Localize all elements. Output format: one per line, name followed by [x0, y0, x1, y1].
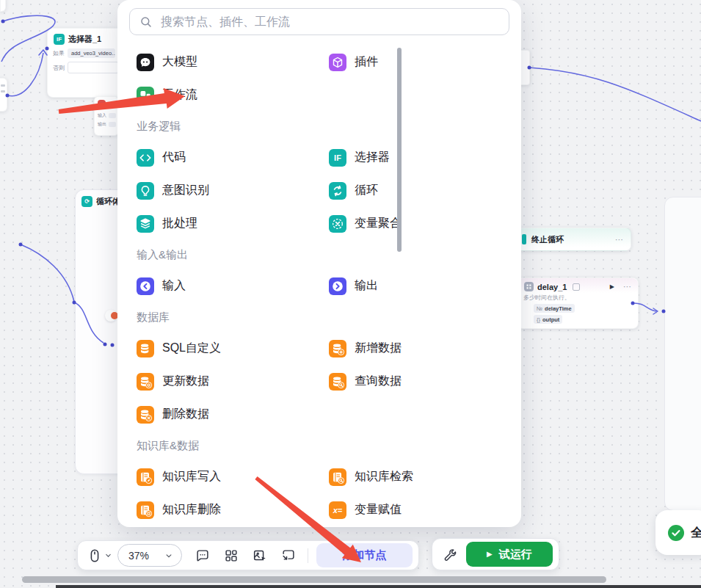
- node-item-assign[interactable]: x=变量赋值: [329, 493, 521, 526]
- node-item-aggregate[interactable]: 变量聚合: [329, 207, 521, 240]
- node-item-label: 选择器: [355, 150, 390, 165]
- node-menu-icon[interactable]: ⋯: [623, 282, 631, 291]
- node-title: delay_1: [537, 283, 567, 291]
- horizontal-scrollbar[interactable]: [22, 576, 606, 583]
- node-item-model[interactable]: 大模型: [137, 46, 329, 79]
- node-sliver-top-left[interactable]: [0, 0, 6, 12]
- if-branch-label: 如果: [53, 49, 65, 57]
- section-header-1: 业务逻辑: [137, 112, 521, 141]
- node-item-kb-search[interactable]: 知识库检索: [329, 460, 521, 493]
- red-node-icon: [98, 100, 106, 108]
- node-title: 选择器_1: [68, 34, 101, 45]
- delay-pill-delaytime[interactable]: №delayTime: [534, 304, 575, 313]
- node-item-label: SQL自定义: [162, 341, 221, 356]
- node-item-intent[interactable]: 意图识别: [137, 174, 329, 207]
- run-label: 试运行: [499, 548, 532, 562]
- workflow-icon: [137, 87, 154, 104]
- node-item-label: 变量聚合: [355, 216, 402, 231]
- status-text: 全: [691, 524, 701, 541]
- run-status-chip[interactable]: 全: [655, 510, 701, 555]
- delay-node-icon: [524, 282, 534, 291]
- node-list: 大模型插件工作流业务逻辑代码IF选择器意图识别循环批处理变量聚合输入&输出输入输…: [117, 35, 521, 526]
- node-right-container[interactable]: [664, 197, 701, 511]
- node-sliver-left[interactable]: [0, 78, 7, 112]
- image-select-icon[interactable]: [252, 548, 268, 564]
- selector-icon: IF: [329, 149, 346, 167]
- node-item-kb-delete[interactable]: 知识库删除: [137, 493, 329, 526]
- node-item-sql[interactable]: SQL自定义: [137, 332, 329, 365]
- add-node-button[interactable]: 添加节点: [316, 543, 413, 567]
- node-item-label: 更新数据: [162, 374, 209, 389]
- node-menu-icon[interactable]: ⋯: [615, 235, 623, 244]
- if-condition-pill[interactable]: add_veo3_video…: [68, 48, 115, 58]
- loop-icon: ⟳: [81, 196, 92, 207]
- node-item-label: 变量赋值: [355, 502, 402, 518]
- node-item-db-query[interactable]: 查询数据: [329, 365, 521, 398]
- db-add-icon: [329, 340, 346, 357]
- node-end-loop[interactable]: 终止循环 ⋯: [514, 228, 631, 251]
- intent-icon: [137, 182, 154, 200]
- window-bottom-edge: [56, 585, 701, 588]
- loop-icon: [329, 182, 346, 200]
- node-item-label: 输入: [162, 278, 186, 294]
- assign-icon: x=: [329, 501, 346, 519]
- search-input[interactable]: [159, 15, 499, 29]
- node-title: 终止循环: [531, 234, 564, 245]
- success-check-icon: [668, 525, 684, 541]
- zoom-select[interactable]: 37%: [117, 544, 182, 567]
- node-item-input[interactable]: 输入: [137, 269, 329, 302]
- aggregate-icon: [329, 215, 346, 233]
- if-icon: IF: [54, 34, 65, 45]
- node-run-icon[interactable]: ▶: [610, 283, 614, 290]
- kb-search-icon: [329, 468, 346, 486]
- search-box[interactable]: [129, 8, 509, 35]
- node-item-label: 循环: [355, 183, 378, 198]
- run-toolbar: ▶ 试运行: [432, 538, 559, 570]
- node-item-kb-write[interactable]: 知识库写入: [137, 460, 329, 493]
- zoom-chevron-icon: [164, 551, 174, 561]
- mouse-mode-icon[interactable]: [87, 548, 103, 564]
- section-header-2: 输入&输出: [137, 240, 521, 269]
- node-delay-1[interactable]: delay_1 ▶ ⋯ 多少时间在执行。 №delayTime {}output: [517, 277, 639, 329]
- model-icon: [137, 54, 154, 71]
- plugin-icon: [329, 54, 346, 71]
- section-header-4: 知识库&数据: [137, 431, 521, 460]
- node-item-label: 新增数据: [355, 341, 402, 356]
- node-item-batch[interactable]: 批处理: [137, 207, 329, 240]
- play-icon: ▶: [487, 551, 493, 558]
- db-delete-icon: [137, 406, 154, 424]
- wrench-icon[interactable]: [441, 546, 457, 562]
- node-item-label: 知识库检索: [355, 469, 413, 484]
- node-item-db-update[interactable]: 更新数据: [137, 365, 329, 398]
- else-pill[interactable]: [68, 62, 119, 73]
- batch-icon: [137, 215, 154, 233]
- screen-capture-icon[interactable]: [280, 548, 297, 564]
- section-header-3: 数据库: [137, 302, 521, 332]
- run-button[interactable]: ▶ 试运行: [466, 542, 553, 567]
- node-item-label: 批处理: [162, 216, 197, 231]
- components-grid-icon[interactable]: [223, 548, 239, 564]
- node-item-label: 插件: [355, 54, 378, 70]
- node-item-code[interactable]: 代码: [137, 141, 329, 174]
- end-loop-icon: [522, 234, 526, 244]
- comment-icon[interactable]: [195, 548, 211, 564]
- zoom-value: 37%: [128, 550, 149, 562]
- node-item-label: 代码: [162, 150, 186, 165]
- node-item-label: 知识库删除: [162, 502, 221, 518]
- node-small-red[interactable]: 输入 输出: [94, 96, 119, 136]
- node-item-plugin[interactable]: 插件: [329, 46, 521, 79]
- panel-scrollbar[interactable]: [397, 48, 402, 252]
- sql-icon: [137, 340, 154, 357]
- kb-delete-icon: [137, 501, 154, 519]
- node-item-db-add[interactable]: 新增数据: [329, 332, 521, 365]
- mouse-mode-chevron-icon[interactable]: [103, 551, 113, 561]
- node-item-label: 大模型: [162, 54, 197, 70]
- node-item-workflow[interactable]: 工作流: [137, 79, 329, 112]
- node-item-db-delete[interactable]: 删除数据: [137, 398, 329, 431]
- node-item-selector[interactable]: IF选择器: [329, 141, 521, 174]
- delay-pill-output[interactable]: {}output: [534, 315, 562, 324]
- node-item-label: 输出: [355, 278, 378, 294]
- node-item-output[interactable]: 输出: [329, 269, 521, 302]
- node-item-loop[interactable]: 循环: [329, 174, 521, 207]
- node-item-label: 工作流: [162, 87, 197, 103]
